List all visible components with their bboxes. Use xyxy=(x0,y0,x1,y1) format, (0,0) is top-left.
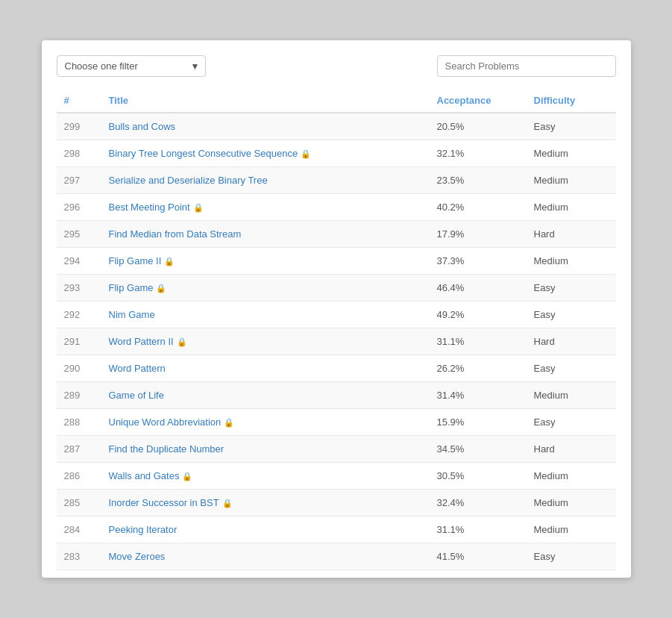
problem-link[interactable]: Peeking Iterator xyxy=(109,524,178,535)
table-row: 289Game of Life31.4%Medium xyxy=(57,382,616,409)
row-acceptance: 31.1% xyxy=(430,516,527,543)
row-difficulty: Medium xyxy=(527,248,616,275)
row-acceptance: 15.9% xyxy=(430,409,527,436)
row-acceptance: 49.2% xyxy=(430,302,527,328)
row-title: Find Median from Data Stream xyxy=(101,221,430,248)
row-num: 289 xyxy=(57,382,101,409)
problem-link[interactable]: Find the Duplicate Number xyxy=(109,443,224,455)
row-difficulty: Easy xyxy=(527,543,616,570)
row-num: 291 xyxy=(57,328,101,355)
row-num: 294 xyxy=(57,248,101,275)
row-num: 284 xyxy=(57,516,101,543)
problem-link[interactable]: Best Meeting Point xyxy=(109,202,190,213)
row-title: Word Pattern II🔒 xyxy=(101,328,430,355)
problem-link[interactable]: Binary Tree Longest Consecutive Sequence xyxy=(109,148,298,159)
row-num: 296 xyxy=(57,194,101,221)
problem-link[interactable]: Walls and Gates xyxy=(109,470,180,481)
table-header: # Title Acceptance Difficulty xyxy=(57,89,616,113)
col-header-num: # xyxy=(57,89,101,113)
top-bar: Choose one filter ▼ xyxy=(57,55,616,77)
row-acceptance: 32.1% xyxy=(430,140,527,167)
row-title: Inorder Successor in BST🔒 xyxy=(101,490,430,516)
row-difficulty: Medium xyxy=(527,463,616,490)
lock-icon: 🔒 xyxy=(164,257,175,266)
row-difficulty: Medium xyxy=(527,382,616,409)
row-num: 286 xyxy=(57,463,101,490)
row-num: 295 xyxy=(57,221,101,248)
row-difficulty: Easy xyxy=(527,409,616,436)
row-title: Best Meeting Point🔒 xyxy=(101,194,430,221)
row-num: 288 xyxy=(57,409,101,436)
col-header-difficulty: Difficulty xyxy=(527,89,616,113)
table-row: 299Bulls and Cows20.5%Easy xyxy=(57,113,616,140)
problem-link[interactable]: Nim Game xyxy=(109,309,155,320)
row-acceptance: 31.4% xyxy=(430,382,527,409)
row-title: Binary Tree Longest Consecutive Sequence… xyxy=(101,140,430,167)
search-input[interactable] xyxy=(437,55,616,77)
row-title: Walls and Gates🔒 xyxy=(101,463,430,490)
lock-icon: 🔒 xyxy=(193,203,204,213)
row-acceptance: 31.1% xyxy=(430,328,527,355)
row-difficulty: Medium xyxy=(527,167,616,194)
row-difficulty: Medium xyxy=(527,516,616,543)
problem-link[interactable]: Find Median from Data Stream xyxy=(109,228,242,240)
problem-link[interactable]: Unique Word Abbreviation xyxy=(109,416,222,428)
problem-link[interactable]: Move Zeroes xyxy=(109,551,166,562)
problem-link[interactable]: Word Pattern xyxy=(109,363,166,374)
col-header-title: Title xyxy=(101,89,430,113)
row-num: 290 xyxy=(57,355,101,382)
filter-select[interactable]: Choose one filter xyxy=(57,55,206,77)
problem-link[interactable]: Serialize and Deserialize Binary Tree xyxy=(109,175,268,186)
col-header-acceptance: Acceptance xyxy=(430,89,527,113)
row-difficulty: Easy xyxy=(527,275,616,302)
problem-link[interactable]: Inorder Successor in BST xyxy=(109,497,219,508)
table-row: 293Flip Game🔒46.4%Easy xyxy=(57,275,616,302)
row-difficulty: Hard xyxy=(527,436,616,463)
row-acceptance: 34.5% xyxy=(430,436,527,463)
row-difficulty: Medium xyxy=(527,490,616,516)
row-acceptance: 20.5% xyxy=(430,113,527,140)
row-difficulty: Hard xyxy=(527,221,616,248)
problem-link[interactable]: Flip Game xyxy=(109,282,154,293)
table-row: 284Peeking Iterator31.1%Medium xyxy=(57,516,616,543)
table-row: 288Unique Word Abbreviation🔒15.9%Easy xyxy=(57,409,616,436)
row-title: Move Zeroes xyxy=(101,543,430,570)
row-acceptance: 30.5% xyxy=(430,463,527,490)
lock-icon: 🔒 xyxy=(301,149,311,159)
main-container: Choose one filter ▼ # Title Acceptance D… xyxy=(42,40,631,578)
table-row: 286Walls and Gates🔒30.5%Medium xyxy=(57,463,616,490)
row-difficulty: Medium xyxy=(527,140,616,167)
row-num: 293 xyxy=(57,275,101,302)
table-row: 283Move Zeroes41.5%Easy xyxy=(57,543,616,570)
row-num: 285 xyxy=(57,490,101,516)
problem-link[interactable]: Game of Life xyxy=(109,390,164,401)
row-acceptance: 37.3% xyxy=(430,248,527,275)
row-num: 292 xyxy=(57,302,101,328)
row-acceptance: 40.2% xyxy=(430,194,527,221)
filter-wrapper: Choose one filter ▼ xyxy=(57,55,206,77)
lock-icon: 🔒 xyxy=(156,284,166,293)
row-num: 283 xyxy=(57,543,101,570)
table-row: 290Word Pattern26.2%Easy xyxy=(57,355,616,382)
problem-link[interactable]: Bulls and Cows xyxy=(109,121,176,132)
lock-icon: 🔒 xyxy=(222,499,233,508)
row-num: 299 xyxy=(57,113,101,140)
problems-table: # Title Acceptance Difficulty 299Bulls a… xyxy=(57,89,616,570)
row-acceptance: 32.4% xyxy=(430,490,527,516)
row-title: Word Pattern xyxy=(101,355,430,382)
lock-icon: 🔒 xyxy=(224,418,234,428)
table-body: 299Bulls and Cows20.5%Easy298Binary Tree… xyxy=(57,113,616,570)
row-difficulty: Medium xyxy=(527,194,616,221)
table-row: 291Word Pattern II🔒31.1%Hard xyxy=(57,328,616,355)
table-row: 298Binary Tree Longest Consecutive Seque… xyxy=(57,140,616,167)
row-title: Game of Life xyxy=(101,382,430,409)
row-title: Serialize and Deserialize Binary Tree xyxy=(101,167,430,194)
problem-link[interactable]: Flip Game II xyxy=(109,255,162,266)
table-row: 296Best Meeting Point🔒40.2%Medium xyxy=(57,194,616,221)
row-title: Unique Word Abbreviation🔒 xyxy=(101,409,430,436)
row-acceptance: 41.5% xyxy=(430,543,527,570)
row-title: Bulls and Cows xyxy=(101,113,430,140)
table-row: 297Serialize and Deserialize Binary Tree… xyxy=(57,167,616,194)
table-row: 294Flip Game II🔒37.3%Medium xyxy=(57,248,616,275)
problem-link[interactable]: Word Pattern II xyxy=(109,336,174,347)
